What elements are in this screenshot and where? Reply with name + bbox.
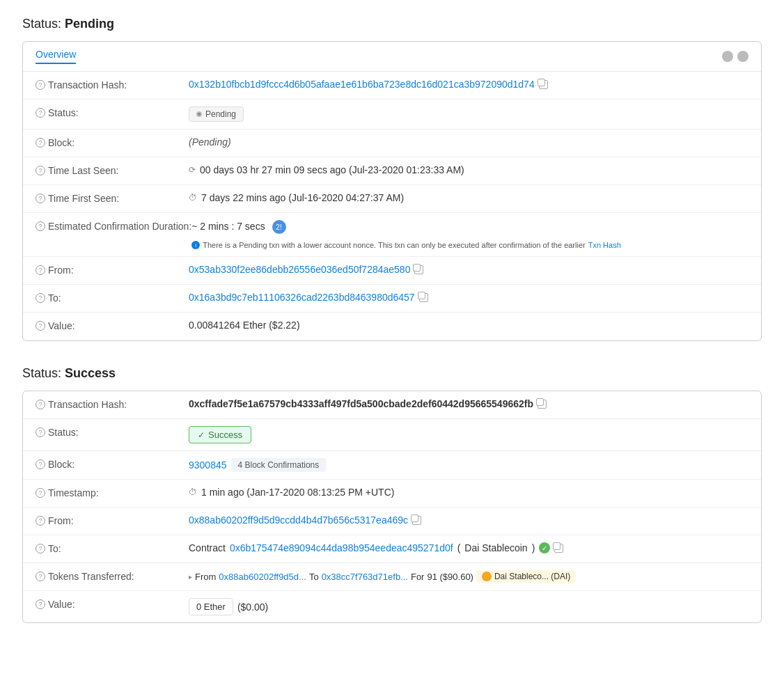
question-icon: ? — [36, 544, 45, 553]
ether-value-box: 0 Ether — [189, 598, 233, 615]
block-number-link[interactable]: 9300845 — [189, 459, 227, 471]
success-from-value: 0x88ab60202ff9d5d9ccdd4b4d7b656c5317ea46… — [189, 514, 748, 526]
success-section: Status: Success ? Transaction Hash: 0xcf… — [22, 366, 762, 623]
pending-badge: Pending — [189, 107, 244, 122]
tx-hash-value: 0x132b10fbcb1d9fccc4d6b05afaae1e61b6ba72… — [189, 79, 748, 90]
from-value: 0x53ab330f2ee86debb26556e036ed50f7284ae5… — [189, 264, 748, 275]
success-block-row: ? Block: 9300845 4 Block Confirmations — [23, 451, 761, 480]
time-first-label: ? Time First Seen: — [36, 192, 189, 204]
pending-from-row: ? From: 0x53ab330f2ee86debb26556e036ed50… — [23, 257, 761, 285]
success-from-row: ? From: 0x88ab60202ff9d5d9ccdd4b4d7b656c… — [23, 508, 761, 535]
success-value-row: ? Value: 0 Ether ($0.00) — [23, 591, 761, 622]
overview-tab[interactable]: Overview — [36, 49, 76, 64]
question-icon: ? — [36, 321, 45, 331]
time-last-label: ? Time Last Seen: — [36, 164, 189, 176]
token-to-link[interactable]: 0x38cc7f763d71efb... — [322, 572, 408, 582]
question-icon: ? — [36, 265, 45, 275]
status-value: Pending — [189, 107, 748, 122]
tokens-label: ? Tokens Transferred: — [36, 570, 189, 582]
question-icon: ? — [36, 194, 45, 203]
pending-tx-hash-row: ? Transaction Hash: 0x132b10fbcb1d9fccc4… — [23, 72, 761, 100]
question-icon: ? — [36, 138, 45, 148]
time-last-value: ⟳ 00 days 03 hr 27 min 09 secs ago (Jul-… — [189, 164, 748, 175]
token-from-link[interactable]: 0x88ab60202ff9d5d... — [219, 572, 306, 582]
tx-hash-label: ? Transaction Hash: — [36, 79, 189, 91]
card-header: Overview — [23, 42, 761, 72]
success-tx-hash-row: ? Transaction Hash: 0xcffade7f5e1a67579c… — [23, 391, 761, 419]
copy-icon[interactable] — [412, 516, 421, 525]
success-status-value: ✓ Success — [189, 426, 748, 443]
from-label: ? From: — [36, 514, 189, 526]
to-address-link[interactable]: 0x16a3bd9c7eb11106326cad2263bd8463980d64… — [189, 292, 415, 303]
from-label: ? From: — [36, 264, 189, 276]
question-icon: ? — [36, 427, 45, 437]
spinner-icon: ⟳ — [189, 165, 196, 175]
to-value: 0x16a3bd9c7eb11106326cad2263bd8463980d64… — [189, 292, 748, 303]
status-label: ? Status: — [36, 107, 189, 118]
success-badge: ✓ Success — [189, 426, 251, 443]
clock-icon: ⏱ — [189, 487, 197, 497]
confirmations-badge: 4 Block Confirmations — [231, 458, 327, 472]
time-first-seen-row: ? Time First Seen: ⏱ 7 days 22 mins ago … — [23, 185, 761, 213]
dai-coin-icon — [482, 572, 492, 581]
question-icon: ? — [36, 80, 45, 90]
time-last-seen-row: ? Time Last Seen: ⟳ 00 days 03 hr 27 min… — [23, 157, 761, 185]
warning-note: i There is a Pending txn with a lower ac… — [191, 241, 621, 249]
success-tx-hash-value: 0xcffade7f5e1a67579cb4333aff497fd5a500cb… — [189, 398, 748, 409]
success-title: Status: Success — [22, 366, 762, 381]
question-icon: ? — [36, 108, 45, 118]
question-icon: ? — [36, 599, 45, 609]
dai-token-badge: Dai Stableco... (DAI) — [476, 570, 576, 583]
arrow-icon: ▸ — [189, 573, 192, 581]
value-label: ? Value: — [36, 598, 189, 610]
copy-icon[interactable] — [554, 544, 563, 553]
pending-value-row: ? Value: 0.00841264 Ether ($2.22) — [23, 313, 761, 340]
copy-icon[interactable] — [538, 400, 547, 409]
block-pending-text: (Pending) — [189, 136, 231, 148]
success-to-value: Contract 0x6b175474e89094c44da98b954eede… — [189, 542, 748, 553]
copy-icon[interactable] — [419, 293, 428, 302]
pending-title: Status: Pending — [22, 17, 762, 31]
question-icon: ? — [36, 516, 45, 526]
tx-hash-link[interactable]: 0x132b10fbcb1d9fccc4d6b05afaae1e61b6ba72… — [189, 79, 535, 90]
time-first-value: ⏱ 7 days 22 mins ago (Jul-16-2020 04:27:… — [189, 192, 748, 203]
success-status-row: ? Status: ✓ Success — [23, 419, 761, 451]
pending-dot — [196, 111, 202, 117]
check-icon: ✓ — [198, 430, 205, 440]
info-dot: i — [191, 241, 200, 249]
tokens-value: ▸ From 0x88ab60202ff9d5d... To 0x38cc7f7… — [189, 570, 748, 583]
tx-hash-label: ? Transaction Hash: — [36, 398, 189, 410]
copy-icon[interactable] — [539, 80, 548, 89]
success-from-link[interactable]: 0x88ab60202ff9d5d9ccdd4b4d7b656c5317ea46… — [189, 514, 408, 526]
question-icon: ? — [36, 400, 45, 409]
from-address-link[interactable]: 0x53ab330f2ee86debb26556e036ed50f7284ae5… — [189, 264, 410, 275]
pending-block-row: ? Block: (Pending) — [23, 129, 761, 157]
success-tx-hash-link[interactable]: 0xcffade7f5e1a67579cb4333aff497fd5a500cb… — [189, 398, 533, 409]
success-value-display: 0 Ether ($0.00) — [189, 598, 748, 615]
confirmation-label: ? Estimated Confirmation Duration: — [36, 220, 191, 232]
copy-icon[interactable] — [414, 265, 423, 274]
header-circles — [722, 51, 748, 62]
clock-icon: ⏱ — [189, 193, 197, 203]
timestamp-row: ? Timestamp: ⏱ 1 min ago (Jan-17-2020 08… — [23, 480, 761, 508]
tokens-transferred-row: ? Tokens Transferred: ▸ From 0x88ab60202… — [23, 563, 761, 591]
contract-link[interactable]: 0x6b175474e89094c44da98b954eedeac495271d… — [230, 542, 453, 553]
block-value: (Pending) — [189, 136, 748, 148]
status-label: ? Status: — [36, 426, 189, 438]
question-icon: ? — [36, 221, 45, 231]
txn-hash-link[interactable]: Txn Hash — [588, 241, 621, 249]
pending-section: Status: Pending Overview ? Transaction H… — [22, 17, 762, 341]
question-icon: ? — [36, 459, 45, 469]
success-block-value: 9300845 4 Block Confirmations — [189, 458, 748, 472]
timestamp-label: ? Timestamp: — [36, 487, 189, 498]
info-badge: 2! — [272, 220, 286, 234]
confirmation-value: ~ 2 mins : 7 secs 2! i There is a Pendin… — [191, 220, 748, 249]
verified-icon: ✓ — [539, 542, 550, 553]
to-label: ? To: — [36, 542, 189, 554]
pending-status-row: ? Status: Pending — [23, 100, 761, 129]
question-icon: ? — [36, 166, 45, 175]
question-icon: ? — [36, 572, 45, 581]
question-icon: ? — [36, 293, 45, 303]
circle-1 — [722, 51, 733, 62]
pending-to-row: ? To: 0x16a3bd9c7eb11106326cad2263bd8463… — [23, 285, 761, 313]
